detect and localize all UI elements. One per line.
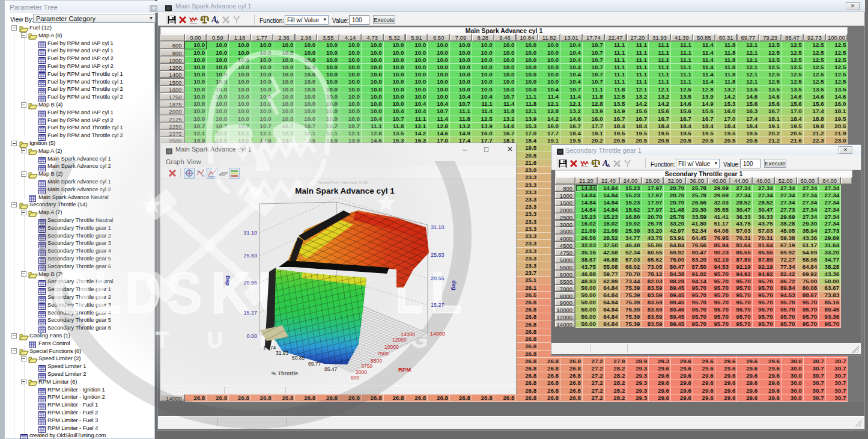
svg-text:15.27: 15.27 (243, 310, 257, 316)
svg-text:TunerPro+ Version 5.00: TunerPro+ Version 5.00 (317, 180, 368, 185)
svg-text:17.74: 17.74 (263, 345, 276, 351)
svg-text:20.55: 20.55 (431, 275, 445, 281)
svg-text:85.47: 85.47 (324, 366, 338, 372)
svg-text:15.27: 15.27 (431, 302, 445, 308)
svg-text:14000: 14000 (401, 331, 415, 337)
svg-text:0.00: 0.00 (246, 333, 257, 339)
svg-text:3750: 3750 (361, 363, 372, 369)
svg-text:600: 600 (351, 375, 359, 381)
svg-text:%: % (201, 174, 205, 177)
svg-text:31.10: 31.10 (243, 230, 257, 236)
svg-text:31.93: 31.93 (276, 350, 289, 356)
svg-text:%: % (197, 170, 201, 173)
svg-text:12000: 12000 (392, 337, 407, 343)
svg-text:Main Spark Advance cyl 1: Main Spark Advance cyl 1 (295, 186, 395, 195)
svg-text:10000: 10000 (384, 344, 399, 350)
svg-text:% Throttle: % Throttle (272, 370, 298, 376)
svg-text:25.83: 25.83 (431, 252, 445, 258)
svg-text:2000: 2000 (356, 369, 367, 375)
svg-text:7500: 7500 (377, 351, 389, 357)
svg-text:31.10: 31.10 (431, 224, 445, 230)
svg-text:25.83: 25.83 (243, 253, 257, 259)
svg-text:deg: deg (223, 275, 230, 286)
svg-text:5500: 5500 (371, 358, 382, 364)
svg-text:20.55: 20.55 (243, 280, 257, 286)
svg-text:RPM: RPM (398, 366, 411, 373)
svg-text:deg: deg (451, 280, 458, 290)
svg-text:14000: 14000 (430, 331, 445, 337)
svg-text:50.85: 50.85 (292, 355, 305, 361)
svg-text:69.77: 69.77 (308, 361, 321, 367)
